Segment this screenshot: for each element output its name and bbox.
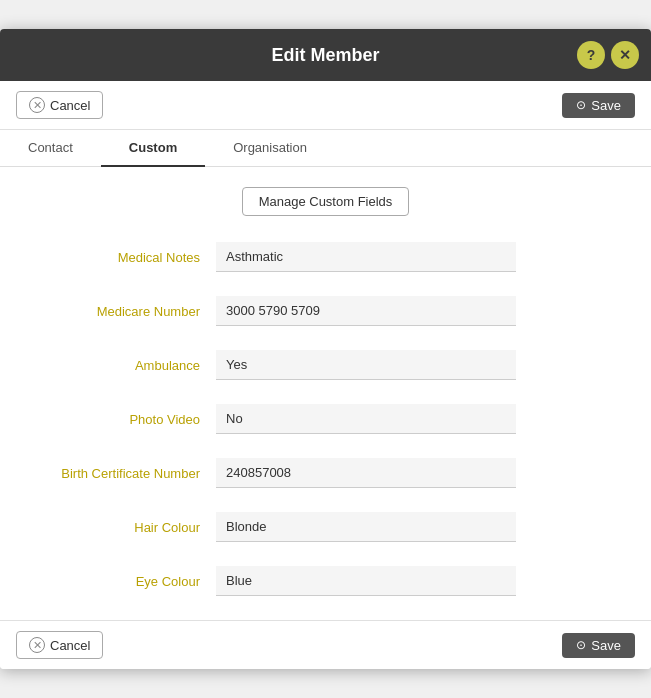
help-button[interactable]: ?	[577, 41, 605, 69]
field-label-birth-cert: Birth Certificate Number	[16, 466, 216, 481]
close-icon: ✕	[619, 47, 631, 63]
field-row-medical-notes: Medical Notes	[0, 232, 651, 282]
footer-save-button[interactable]: ⊙ Save	[562, 633, 635, 658]
manage-custom-fields-button[interactable]: Manage Custom Fields	[242, 187, 410, 216]
top-toolbar: ✕ Cancel ⊙ Save	[0, 81, 651, 130]
modal-header: Edit Member ? ✕	[0, 29, 651, 81]
save-icon: ⊙	[576, 98, 586, 112]
footer-save-label: Save	[591, 638, 621, 653]
footer-cancel-button[interactable]: ✕ Cancel	[16, 631, 103, 659]
tab-custom[interactable]: Custom	[101, 130, 205, 167]
footer-cancel-label: Cancel	[50, 638, 90, 653]
manage-fields-row: Manage Custom Fields	[0, 187, 651, 216]
field-label-ambulance: Ambulance	[16, 358, 216, 373]
cancel-icon: ✕	[29, 97, 45, 113]
top-cancel-label: Cancel	[50, 98, 90, 113]
help-icon: ?	[587, 47, 596, 63]
edit-member-modal: Edit Member ? ✕ ✕ Cancel ⊙ Save Contact …	[0, 29, 651, 669]
field-input-ambulance[interactable]	[216, 350, 516, 380]
field-row-medicare-number: Medicare Number	[0, 286, 651, 336]
fields-container: Medical NotesMedicare NumberAmbulancePho…	[0, 232, 651, 606]
footer-save-icon: ⊙	[576, 638, 586, 652]
tab-content: Manage Custom Fields Medical NotesMedica…	[0, 167, 651, 620]
footer-toolbar: ✕ Cancel ⊙ Save	[0, 620, 651, 669]
field-label-eye-colour: Eye Colour	[16, 574, 216, 589]
field-input-hair-colour[interactable]	[216, 512, 516, 542]
field-label-photo-video: Photo Video	[16, 412, 216, 427]
field-row-ambulance: Ambulance	[0, 340, 651, 390]
top-save-button[interactable]: ⊙ Save	[562, 93, 635, 118]
modal-title: Edit Member	[271, 45, 379, 66]
top-save-label: Save	[591, 98, 621, 113]
field-row-hair-colour: Hair Colour	[0, 502, 651, 552]
tab-contact[interactable]: Contact	[0, 130, 101, 167]
field-input-medical-notes[interactable]	[216, 242, 516, 272]
footer-cancel-icon: ✕	[29, 637, 45, 653]
field-input-medicare-number[interactable]	[216, 296, 516, 326]
field-row-photo-video: Photo Video	[0, 394, 651, 444]
field-label-hair-colour: Hair Colour	[16, 520, 216, 535]
field-label-medicare-number: Medicare Number	[16, 304, 216, 319]
top-cancel-button[interactable]: ✕ Cancel	[16, 91, 103, 119]
field-input-birth-cert[interactable]	[216, 458, 516, 488]
header-icons: ? ✕	[577, 41, 639, 69]
field-input-photo-video[interactable]	[216, 404, 516, 434]
field-input-eye-colour[interactable]	[216, 566, 516, 596]
close-button[interactable]: ✕	[611, 41, 639, 69]
field-label-medical-notes: Medical Notes	[16, 250, 216, 265]
field-row-eye-colour: Eye Colour	[0, 556, 651, 606]
field-row-birth-cert: Birth Certificate Number	[0, 448, 651, 498]
tab-bar: Contact Custom Organisation	[0, 130, 651, 167]
tab-organisation[interactable]: Organisation	[205, 130, 335, 167]
